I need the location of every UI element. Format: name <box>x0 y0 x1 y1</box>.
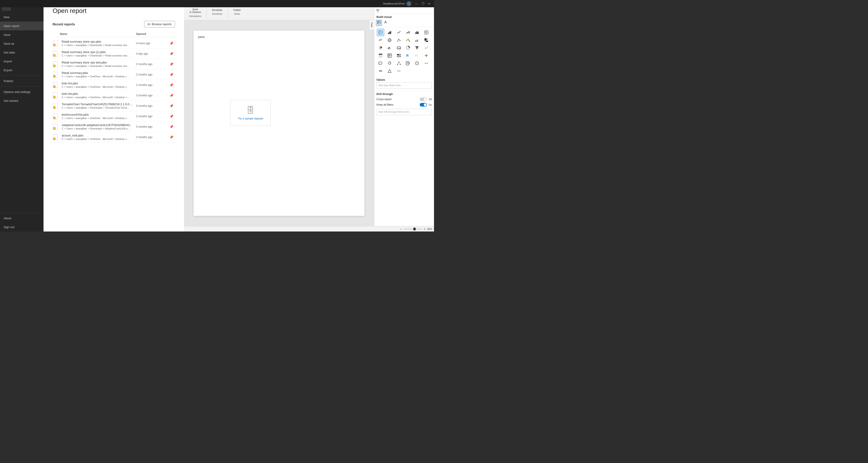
table-row[interactable]: d TornadoChart.TornadoChart1452517688218… <box>53 101 175 111</box>
sidebar-item-sign-out[interactable]: Sign out <box>0 223 43 231</box>
browse-reports-button[interactable]: 🗁 Browse reports <box>144 21 175 27</box>
open-report-panel: Open report Recent reports 🗁 Browse repo… <box>43 0 184 231</box>
viz-icon-python[interactable]: Py <box>413 52 421 59</box>
viz-icon-map[interactable] <box>386 36 393 44</box>
sidebar-item-open-report[interactable]: Open report <box>0 22 43 30</box>
viz-icon-pie[interactable] <box>377 44 384 52</box>
file-path: C > Users > asanglikar > OneDrive - Micr… <box>62 75 134 78</box>
cross-report-state: Off <box>429 98 432 101</box>
title-bar: RetailAuroraCIPool 👤 — ❐ ✕ <box>0 0 434 7</box>
viz-icon-paginated[interactable] <box>404 60 411 67</box>
svg-rect-31 <box>409 40 410 42</box>
sidebar-item-publish[interactable]: Publish <box>0 77 43 85</box>
viz-icon-custom[interactable] <box>423 52 430 59</box>
file-time: A day ago <box>136 52 168 55</box>
sidebar-item-about[interactable]: About <box>0 214 43 223</box>
viz-icon-table[interactable] <box>377 29 384 36</box>
sidebar-item-get-started[interactable]: Get started <box>0 96 43 105</box>
table-row[interactable]: d acount_visit.pbix C > Users > asanglik… <box>53 132 175 142</box>
table-row[interactable]: d Retail summary store ops.pbix C > User… <box>53 38 175 49</box>
table-row[interactable]: d Retail summary store ops test.pbix C >… <box>53 59 175 69</box>
format-viz-tab[interactable] <box>383 20 388 26</box>
sidebar-item-export[interactable]: Export <box>0 66 43 75</box>
viz-icon-treemap[interactable] <box>423 36 430 44</box>
sidebar-item-new[interactable]: New <box>0 13 43 22</box>
table-viz-icon <box>377 21 381 24</box>
cross-report-toggle[interactable] <box>420 97 427 101</box>
sidebar-item-label: Publish <box>4 79 13 83</box>
sidebar-item-import[interactable]: Import <box>0 57 43 66</box>
status-bar: − + 82% <box>184 226 434 231</box>
table-viz-tab[interactable] <box>376 20 382 26</box>
viz-icon-table2[interactable] <box>377 52 384 59</box>
try-sample-dataset-link[interactable]: Try a sample dataset <box>238 117 263 120</box>
viz-icon-linechart2[interactable] <box>377 36 384 44</box>
svg-rect-7 <box>379 31 382 34</box>
viz-icon-metrics[interactable] <box>413 60 421 67</box>
viz-icon-r[interactable]: R <box>404 52 411 59</box>
sidebar-item-save[interactable]: Save <box>0 30 43 39</box>
viz-icon-custom2[interactable] <box>386 67 393 75</box>
table-row[interactable]: d todo list.pbix C > Users > asanglikar … <box>53 80 175 90</box>
pin-icon[interactable]: 📌 <box>168 73 175 77</box>
sidebar-item-save-as[interactable]: Save as <box>0 39 43 48</box>
minimize-button[interactable]: — <box>413 2 420 5</box>
zoom-minus-button[interactable]: − <box>400 227 402 231</box>
sidebar-item-options[interactable]: Options and settings <box>0 88 43 96</box>
keep-filters-toggle[interactable] <box>420 103 427 107</box>
col-pin-header <box>168 32 175 36</box>
viz-icon-funnel[interactable] <box>413 44 421 52</box>
pin-icon[interactable]: 📌 <box>168 135 175 139</box>
keep-filters-state: On <box>429 104 432 106</box>
pin-icon[interactable]: 📌 <box>168 52 175 56</box>
viz-icon-more[interactable] <box>423 60 430 67</box>
svg-rect-72 <box>406 61 409 65</box>
file-icon: d <box>53 134 58 140</box>
pin-icon[interactable]: 📌 <box>168 62 175 66</box>
viz-icon-bar[interactable] <box>386 29 393 36</box>
file-icon-badge: d <box>53 138 56 140</box>
viz-icon-column[interactable] <box>413 29 421 36</box>
viz-icon-card[interactable]: 123 <box>395 44 403 52</box>
table-row[interactable]: d AdaptiveCards106.adaptiveCards1267F9A0… <box>53 121 175 132</box>
maximize-button[interactable]: ❐ <box>420 2 426 5</box>
viz-icon-area[interactable] <box>404 29 411 36</box>
zoom-slider[interactable] <box>404 229 422 229</box>
viz-icon-matrix2[interactable] <box>386 52 393 59</box>
values-drop-area[interactable]: Add data fields here <box>376 82 432 89</box>
pin-icon[interactable]: 📌 <box>168 125 175 128</box>
pin-icon[interactable]: 📌 <box>168 41 175 45</box>
viz-icon-decomp[interactable] <box>395 60 403 67</box>
file-time: 3 months ago <box>136 136 168 139</box>
viz-icon-gauge[interactable] <box>386 44 393 52</box>
viz-icon-scatter[interactable] <box>395 36 403 44</box>
viz-icon-line[interactable] <box>395 29 403 36</box>
user-avatar[interactable]: 👤 <box>406 1 411 6</box>
viz-icon-ellipsis[interactable] <box>395 67 403 75</box>
viz-icon-waterfall[interactable] <box>404 36 411 44</box>
viz-icon-smart-narr[interactable] <box>377 60 384 67</box>
viz-icon-colorscale[interactable] <box>377 67 384 75</box>
filters-icon-button[interactable] <box>374 7 382 14</box>
zoom-plus-button[interactable]: + <box>424 227 425 231</box>
table-row[interactable]: d testAccountVisit.pbix C > Users > asan… <box>53 111 175 121</box>
data-tab-vertical[interactable]: Data <box>369 21 374 29</box>
sidebar-item-get-data[interactable]: Get data <box>0 48 43 57</box>
svg-point-26 <box>400 40 400 41</box>
viz-icon-slicer[interactable] <box>395 52 403 59</box>
viz-icon-matrix[interactable] <box>423 29 430 36</box>
viz-icon-barcluster[interactable] <box>413 36 421 44</box>
close-button[interactable]: ✕ <box>426 2 432 5</box>
table-row[interactable]: d Retail summary store ops (1).pbix C > … <box>53 49 175 59</box>
viz-icon-donut[interactable] <box>404 44 411 52</box>
viz-icon-kpi[interactable] <box>423 44 430 52</box>
table-row[interactable]: d todo list.pbix C > Users > asanglikar … <box>53 90 175 101</box>
file-info: Retail summary store ops test.pbix C > U… <box>60 61 136 67</box>
pin-icon[interactable]: 📌 <box>168 115 175 118</box>
drill-through-drop-area[interactable]: Add drill-through fields here <box>376 109 432 115</box>
table-row[interactable]: d Retail summary.pbix C > Users > asangl… <box>53 69 175 80</box>
pin-icon[interactable]: 📌 <box>168 104 175 108</box>
pin-icon[interactable]: 📌 <box>168 94 175 97</box>
viz-icon-qna[interactable]: ? <box>386 60 393 67</box>
pin-icon[interactable]: 📌 <box>168 83 175 87</box>
